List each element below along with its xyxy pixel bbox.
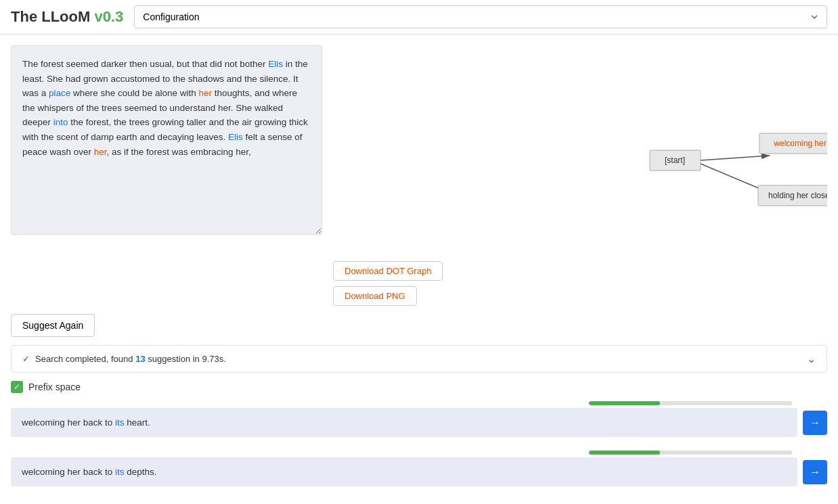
suggestion-1-after: heart.	[125, 417, 150, 428]
top-row: The forest seemed darker then usual, but…	[11, 45, 827, 306]
download-dot-button[interactable]: Download DOT Graph	[333, 261, 443, 281]
logo-version: v0.3	[94, 8, 123, 25]
suggestion-row-1: welcoming her back to its heart. →	[11, 408, 827, 437]
status-bar-left: ✓ Search completed, found 13 suggestion …	[22, 354, 226, 364]
progress-bar-2	[589, 451, 792, 455]
highlight-into: into	[53, 117, 68, 127]
suggestion-2-after: depths.	[125, 467, 157, 477]
graph-svg: [start] welcoming her holding her close.…	[333, 45, 827, 248]
status-text-before: Search completed, found	[35, 354, 135, 364]
progress-fill-1	[589, 401, 660, 405]
graph-panel: [start] welcoming her holding her close.…	[333, 45, 827, 306]
suggestion-row-2: welcoming her back to its depths. →	[11, 457, 827, 486]
status-text: Search completed, found 13 suggestion in…	[35, 354, 226, 364]
highlight-place: place	[49, 88, 70, 98]
graph-buttons: Download DOT Graph Download PNG	[333, 261, 827, 306]
text-panel[interactable]: The forest seemed darker then usual, but…	[11, 45, 322, 235]
main-content: The forest seemed darker then usual, but…	[0, 35, 838, 503]
check-icon: ✓	[22, 354, 30, 364]
status-text-after: suggestion in 9.73s.	[146, 354, 226, 364]
highlight-elis: Elis	[268, 59, 283, 69]
node-start-label: [start]	[665, 156, 685, 165]
logo: The LLooM v0.3	[11, 8, 123, 26]
prefix-checkbox[interactable]: ✓	[11, 381, 23, 393]
highlight-her2: her	[94, 147, 107, 157]
suggest-again-button[interactable]: Suggest Again	[11, 314, 95, 337]
suggestion-2-arrow-button[interactable]: →	[803, 460, 827, 484]
suggestion-2-before: welcoming her back to	[22, 467, 115, 477]
suggestion-1-before: welcoming her back to	[22, 417, 115, 428]
graph-svg-container: [start] welcoming her holding her close.…	[333, 45, 827, 250]
highlight-her1: her	[198, 88, 212, 98]
chevron-down-icon[interactable]: ⌄	[807, 352, 816, 365]
header: The LLooM v0.3 Configuration	[0, 0, 838, 35]
status-bar: ✓ Search completed, found 13 suggestion …	[11, 345, 827, 373]
node-welcoming-label: welcoming her	[773, 139, 826, 148]
config-select[interactable]: Configuration	[134, 5, 827, 28]
edge-start-welcoming	[701, 156, 770, 160]
node-holding-label: holding her close.	[768, 191, 827, 200]
progress-bar-1	[589, 401, 792, 405]
suggestion-2-highlight: its	[115, 467, 125, 477]
status-count: 13	[135, 354, 145, 364]
suggestion-text-2: welcoming her back to its depths.	[11, 457, 797, 486]
suggestion-group-2: welcoming her back to its depths. →	[11, 451, 827, 492]
suggestion-text-1: welcoming her back to its heart.	[11, 408, 797, 437]
download-png-button[interactable]: Download PNG	[333, 286, 417, 306]
highlight-elis2: Elis	[228, 132, 243, 142]
suggestion-1-arrow-button[interactable]: →	[803, 411, 827, 435]
prefix-row: ✓ Prefix space	[11, 381, 827, 393]
prefix-label: Prefix space	[28, 382, 81, 392]
suggestion-group-1: welcoming her back to its heart. →	[11, 401, 827, 442]
progress-fill-2	[589, 451, 660, 455]
logo-text: The LLooM	[11, 8, 90, 25]
suggestion-1-highlight: its	[115, 417, 125, 428]
